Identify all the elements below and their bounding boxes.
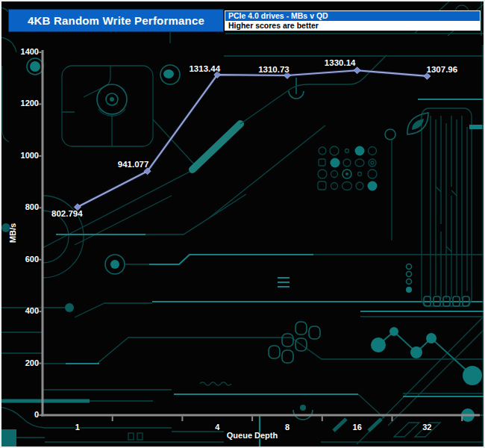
y-tick-label: 400 [7, 306, 39, 315]
data-point-label: 1310.73 [258, 65, 290, 74]
x-tick-label: 8 [285, 423, 290, 432]
x-tick-label: 1 [75, 423, 80, 432]
y-tick-label: 200 [7, 358, 39, 367]
y-tick-label: 800 [7, 202, 39, 211]
y-tick-label: 1200 [7, 99, 39, 108]
chart-title-box: 4KB Random Write Performance [8, 9, 224, 32]
data-point-label: 1330.14 [325, 58, 356, 67]
x-tick-label: 16 [353, 423, 362, 432]
chart-subtitle-box: PCIe 4.0 drives - MBs v QD Higher scores… [225, 10, 481, 31]
y-tick-label: 600 [7, 255, 39, 264]
x-tick-label: 32 [422, 423, 431, 432]
y-tick-label: 1400 [7, 47, 39, 56]
chart-subtitle-note: Higher scores are better [225, 21, 480, 31]
chart-subtitle-series: PCIe 4.0 drives - MBs v QD [225, 11, 480, 21]
screenshot-canvas: 02004006008001000120014001481632802.7949… [0, 0, 485, 448]
y-axis-title: MB/s [8, 223, 17, 243]
data-point-label: 1313.44 [189, 64, 220, 73]
chart-labels-layer: 02004006008001000120014001481632802.7949… [0, 0, 485, 448]
chart-title: 4KB Random Write Performance [28, 14, 204, 27]
data-point-label: 941.077 [118, 160, 149, 169]
y-tick-label: 1000 [7, 151, 39, 160]
data-point-label: 1307.96 [427, 65, 458, 74]
x-tick-label: 4 [215, 423, 219, 432]
data-point-label: 802.794 [51, 209, 83, 218]
x-axis-title: Queue Depth [227, 431, 278, 440]
y-tick-label: 0 [7, 410, 39, 419]
